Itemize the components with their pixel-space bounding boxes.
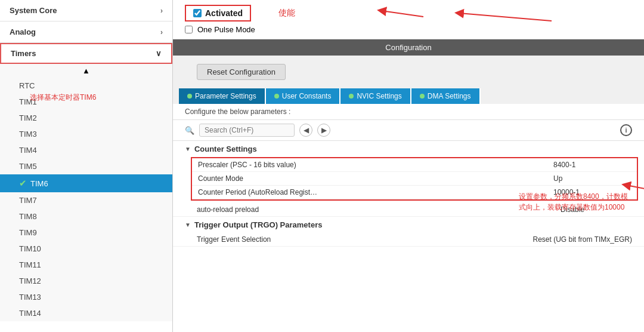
tab-dot	[420, 94, 425, 99]
sidebar-item-tim8[interactable]: TIM8	[0, 208, 172, 225]
search-bar: 🔍 ◀ ▶ i	[173, 120, 644, 141]
tab-dot	[274, 94, 279, 99]
main-content: Activated 使能 One Pulse Mode Configuratio…	[173, 0, 644, 332]
param-row-prescaler: Prescaler (PSC - 16 bits value) 8400-1	[192, 158, 637, 172]
sidebar-item-tim4[interactable]: TIM4	[0, 142, 172, 158]
reset-config-button[interactable]: Reset Configuration	[197, 64, 286, 80]
param-value-trigger-event: Reset (UG bit from TIMx_EGR)	[533, 235, 632, 244]
tab-dot	[187, 94, 192, 99]
check-icon: ✔	[19, 178, 27, 189]
param-name-auto-reload: auto-reload preload	[197, 205, 561, 214]
trigger-section-label: Trigger Output (TRGO) Parameters	[194, 220, 323, 229]
param-row-trigger-event: Trigger Event Selection Reset (UG bit fr…	[173, 233, 644, 247]
chevron-right-icon: ›	[160, 7, 163, 15]
sidebar-section-label: Analog	[10, 27, 36, 36]
sort-arrow: ▲	[0, 64, 172, 78]
activated-box: Activated	[185, 5, 251, 21]
activated-checkbox[interactable]	[193, 9, 202, 17]
tab-dot	[349, 94, 354, 99]
sidebar-item-tim12[interactable]: TIM12	[0, 273, 172, 289]
annotation-shinen: 使能	[278, 8, 295, 19]
one-pulse-checkbox[interactable]	[185, 26, 193, 33]
search-input[interactable]	[199, 124, 295, 137]
param-value-prescaler: 8400-1	[553, 161, 625, 169]
counter-settings-label: Counter Settings	[194, 145, 257, 153]
tab-dma-settings[interactable]: DMA Settings	[411, 88, 481, 104]
param-name-trigger-event: Trigger Event Selection	[197, 235, 533, 244]
info-button[interactable]: i	[620, 124, 632, 136]
activated-label: Activated	[205, 8, 243, 18]
chevron-right-icon: ›	[160, 28, 163, 36]
sidebar-item-tim9[interactable]: TIM9	[0, 225, 172, 241]
tab-label: DMA Settings	[428, 92, 471, 100]
annotation-select-timer: 选择基本定时器TIM6	[30, 93, 96, 103]
sidebar-item-tim6[interactable]: ✔ TIM6	[0, 174, 172, 192]
tab-user-constants[interactable]: User Constants	[266, 88, 341, 104]
sidebar-item-tim14[interactable]: TIM14	[0, 305, 172, 321]
sidebar-item-rtc[interactable]: RTC	[0, 78, 172, 94]
sidebar-section-system-core[interactable]: System Core ›	[0, 0, 172, 21]
sidebar: System Core › Analog › Timers ∨ ▲ RTC TI…	[0, 0, 173, 332]
timer-items-list: ▲ RTC TIM1 选择基本定时器TIM6 TIM2 TIM3 TIM4 TI…	[0, 64, 172, 321]
params-table: ▼ Counter Settings Prescaler (PSC - 16 b…	[173, 141, 644, 332]
param-name-prescaler: Prescaler (PSC - 16 bits value)	[198, 161, 553, 169]
config-header-label: Configuration	[385, 43, 431, 52]
search-icon: 🔍	[185, 126, 194, 135]
tab-label: NVIC Settings	[357, 92, 401, 100]
sidebar-item-tim5[interactable]: TIM5	[0, 158, 172, 174]
config-header: Configuration	[173, 39, 644, 56]
sidebar-item-tim10[interactable]: TIM10	[0, 241, 172, 257]
sidebar-section-timers[interactable]: Timers ∨	[0, 43, 172, 64]
params-hint-label: Configure the below parameters :	[185, 107, 290, 116]
annotation-set-params: 设置参数，分频系数8400，计数模式向上，装载寄存器数值为10000	[519, 191, 638, 213]
sidebar-item-tim13[interactable]: TIM13	[0, 289, 172, 305]
param-name-counter-period: Counter Period (AutoReload Regist…	[198, 188, 553, 196]
params-hint: Configure the below parameters :	[173, 104, 644, 120]
triangle-icon: ▼	[185, 222, 191, 228]
next-button[interactable]: ▶	[317, 124, 330, 137]
sidebar-item-tim11[interactable]: TIM11	[0, 257, 172, 273]
param-value-counter-mode: Up	[553, 174, 625, 183]
tab-label: Parameter Settings	[195, 92, 256, 100]
chevron-down-icon: ∨	[156, 49, 162, 58]
sidebar-item-tim3[interactable]: TIM3	[0, 126, 172, 142]
sidebar-item-tim1[interactable]: TIM1 选择基本定时器TIM6	[0, 94, 172, 110]
one-pulse-label: One Pulse Mode	[197, 25, 255, 34]
sidebar-section-label: Timers	[11, 49, 36, 58]
tab-nvic-settings[interactable]: NVIC Settings	[340, 88, 411, 104]
tabs-bar: Parameter Settings User Constants NVIC S…	[173, 88, 644, 104]
triangle-icon: ▼	[185, 146, 191, 152]
sidebar-item-tim2[interactable]: TIM2	[0, 110, 172, 126]
tim6-label: TIM6	[30, 179, 48, 188]
sidebar-item-tim7[interactable]: TIM7	[0, 192, 172, 208]
tab-parameter-settings[interactable]: Parameter Settings	[179, 88, 266, 104]
prev-button[interactable]: ◀	[299, 124, 312, 137]
sidebar-section-label: System Core	[10, 6, 57, 15]
param-row-counter-mode: Counter Mode Up	[192, 172, 637, 186]
param-name-counter-mode: Counter Mode	[198, 174, 553, 183]
annotation-set-params-text: 设置参数，分频系数8400，计数模式向上，装载寄存器数值为10000	[519, 192, 628, 211]
tab-label: User Constants	[282, 92, 332, 100]
trigger-section-header[interactable]: ▼ Trigger Output (TRGO) Parameters	[173, 217, 644, 233]
counter-settings-header[interactable]: ▼ Counter Settings	[173, 141, 644, 157]
sidebar-section-analog[interactable]: Analog ›	[0, 21, 172, 43]
